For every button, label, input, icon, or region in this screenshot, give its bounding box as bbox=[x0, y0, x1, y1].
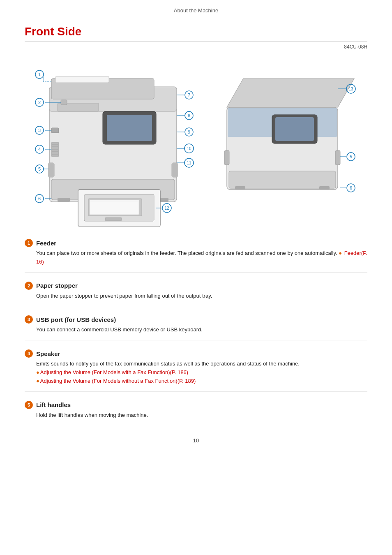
desc-text-1: You can place two or more sheets of orig… bbox=[36, 250, 337, 256]
num-badge-5: 5 bbox=[25, 401, 33, 409]
svg-text:13: 13 bbox=[348, 87, 353, 91]
svg-rect-17 bbox=[61, 100, 67, 105]
desc-item-feeder: 1 Feeder You can place two or more sheet… bbox=[25, 239, 367, 273]
diagram-right: 13 5 6 bbox=[206, 54, 367, 210]
svg-rect-67 bbox=[275, 117, 314, 141]
svg-rect-68 bbox=[224, 150, 229, 165]
svg-text:10: 10 bbox=[187, 146, 191, 151]
svg-text:7: 7 bbox=[188, 92, 190, 97]
desc-title-5: Lift handles bbox=[36, 401, 71, 408]
svg-text:5: 5 bbox=[38, 166, 41, 171]
svg-rect-18 bbox=[58, 198, 70, 202]
desc-header-3: 3 USB port (for USB devices) bbox=[25, 315, 367, 324]
diagram-left: 1 2 3 4 5 6 7 bbox=[25, 54, 202, 227]
desc-text-4: Emits sounds to notify you of the fax co… bbox=[36, 361, 300, 367]
svg-text:2: 2 bbox=[38, 100, 41, 105]
svg-rect-3 bbox=[55, 76, 109, 83]
num-badge-2: 2 bbox=[25, 282, 33, 290]
descriptions: 1 Feeder You can place two or more sheet… bbox=[25, 239, 367, 425]
speaker-link-2[interactable]: Adjusting the Volume (For Models without… bbox=[36, 378, 196, 384]
svg-rect-70 bbox=[229, 171, 336, 188]
desc-header-5: 5 Lift handles bbox=[25, 401, 367, 409]
svg-text:5: 5 bbox=[350, 154, 352, 159]
svg-rect-5 bbox=[107, 115, 152, 141]
desc-header-1: 1 Feeder bbox=[25, 239, 367, 247]
svg-text:3: 3 bbox=[38, 128, 41, 133]
svg-text:1: 1 bbox=[38, 72, 41, 77]
desc-item-usb-port: 3 USB port (for USB devices) You can con… bbox=[25, 315, 367, 340]
desc-body-3: You can connect a commercial USB memory … bbox=[25, 326, 367, 334]
header-title: About the Machine bbox=[174, 7, 218, 14]
svg-rect-71 bbox=[235, 186, 245, 190]
desc-body-4: Emits sounds to notify you of the fax co… bbox=[25, 360, 367, 385]
svg-rect-69 bbox=[335, 150, 340, 165]
svg-rect-72 bbox=[319, 186, 330, 190]
svg-rect-57 bbox=[90, 200, 139, 215]
right-diagram-svg: 13 5 6 bbox=[206, 54, 362, 210]
speaker-link-1[interactable]: Adjusting the Volume (For Models with a … bbox=[36, 369, 188, 375]
svg-text:6: 6 bbox=[350, 185, 352, 190]
svg-rect-58 bbox=[90, 201, 138, 201]
section-title: Front Side bbox=[25, 25, 367, 42]
desc-title-3: USB port (for USB devices) bbox=[36, 316, 116, 323]
svg-rect-13 bbox=[48, 163, 54, 177]
svg-rect-59 bbox=[105, 217, 122, 221]
page-number: 10 bbox=[25, 437, 367, 444]
svg-text:8: 8 bbox=[188, 113, 190, 118]
diagram-area: 1 2 3 4 5 6 7 bbox=[25, 54, 367, 227]
left-diagram-svg: 1 2 3 4 5 6 7 bbox=[25, 54, 201, 227]
num-badge-4: 4 bbox=[25, 349, 33, 358]
desc-title-1: Feeder bbox=[36, 240, 56, 247]
desc-item-speaker: 4 Speaker Emits sounds to notify you of … bbox=[25, 349, 367, 391]
desc-item-paper-stopper: 2 Paper stopper Open the paper stopper t… bbox=[25, 282, 367, 307]
desc-body-1: You can place two or more sheets of orig… bbox=[25, 249, 367, 266]
desc-body-2: Open the paper stopper to prevent paper … bbox=[25, 292, 367, 301]
svg-marker-64 bbox=[227, 79, 354, 107]
desc-title-2: Paper stopper bbox=[36, 282, 78, 289]
svg-text:9: 9 bbox=[188, 130, 190, 134]
desc-title-4: Speaker bbox=[36, 350, 60, 357]
num-badge-1: 1 bbox=[25, 239, 33, 247]
desc-header-2: 2 Paper stopper bbox=[25, 282, 367, 290]
svg-rect-14 bbox=[172, 163, 178, 177]
num-badge-3: 3 bbox=[25, 315, 33, 324]
svg-rect-6 bbox=[51, 128, 59, 133]
page-header: About the Machine bbox=[0, 0, 392, 17]
svg-text:6: 6 bbox=[38, 196, 41, 201]
svg-text:12: 12 bbox=[164, 206, 169, 210]
svg-text:4: 4 bbox=[38, 147, 41, 152]
model-code: 84CU-08H bbox=[25, 44, 367, 50]
desc-item-lift-handles: 5 Lift handles Hold the lift handles whe… bbox=[25, 401, 367, 426]
desc-body-5: Hold the lift handles when moving the ma… bbox=[25, 411, 367, 420]
desc-header-4: 4 Speaker bbox=[25, 349, 367, 358]
svg-text:11: 11 bbox=[187, 161, 191, 165]
